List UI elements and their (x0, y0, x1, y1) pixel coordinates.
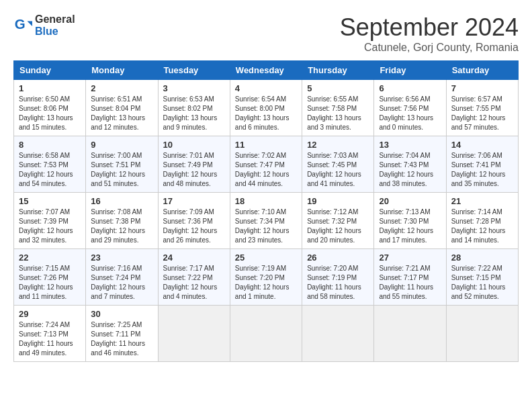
day-number: 29 (19, 309, 81, 319)
day-number: 23 (91, 253, 152, 263)
day-info: Sunrise: 7:22 AMSunset: 7:15 PMDaylight:… (451, 264, 513, 302)
calendar-cell: 7 Sunrise: 6:57 AMSunset: 7:55 PMDayligh… (446, 80, 518, 136)
day-number: 1 (19, 83, 81, 93)
day-info: Sunrise: 6:56 AMSunset: 7:56 PMDaylight:… (379, 95, 441, 132)
day-number: 26 (307, 253, 369, 263)
calendar-week-5: 29 Sunrise: 7:24 AMSunset: 7:13 PMDaylig… (14, 306, 519, 362)
day-number: 24 (163, 253, 225, 263)
logo-icon: G (13, 16, 32, 35)
day-number: 22 (19, 253, 81, 263)
calendar-cell: 13 Sunrise: 7:04 AMSunset: 7:43 PMDaylig… (374, 136, 446, 193)
day-number: 12 (307, 140, 369, 150)
calendar-week-1: 1 Sunrise: 6:50 AMSunset: 8:06 PMDayligh… (14, 80, 519, 136)
calendar-cell: 1 Sunrise: 6:50 AMSunset: 8:06 PMDayligh… (14, 80, 86, 136)
calendar-cell: 22 Sunrise: 7:15 AMSunset: 7:26 PMDaylig… (14, 249, 86, 306)
calendar-week-2: 8 Sunrise: 6:58 AMSunset: 7:53 PMDayligh… (14, 136, 519, 193)
calendar-cell (374, 306, 446, 362)
calendar-cell (158, 306, 230, 362)
day-info: Sunrise: 7:09 AMSunset: 7:36 PMDaylight:… (163, 208, 225, 245)
day-number: 8 (19, 140, 81, 150)
day-number: 28 (451, 253, 513, 263)
calendar-cell: 21 Sunrise: 7:14 AMSunset: 7:28 PMDaylig… (446, 193, 518, 249)
day-info: Sunrise: 7:02 AMSunset: 7:47 PMDaylight:… (235, 151, 297, 189)
svg-marker-1 (28, 21, 32, 26)
calendar-cell: 18 Sunrise: 7:10 AMSunset: 7:34 PMDaylig… (230, 193, 302, 249)
day-number: 27 (379, 253, 441, 263)
page-header: G General Blue September 2024 Catunele, … (13, 13, 519, 54)
day-info: Sunrise: 6:54 AMSunset: 8:00 PMDaylight:… (235, 95, 297, 132)
day-info: Sunrise: 7:04 AMSunset: 7:43 PMDaylight:… (379, 151, 441, 189)
logo-general: General (35, 13, 75, 25)
day-number: 4 (235, 83, 297, 93)
col-header-tuesday: Tuesday (158, 61, 230, 80)
calendar-cell: 6 Sunrise: 6:56 AMSunset: 7:56 PMDayligh… (374, 80, 446, 136)
day-info: Sunrise: 7:01 AMSunset: 7:49 PMDaylight:… (163, 151, 225, 189)
day-info: Sunrise: 6:51 AMSunset: 8:04 PMDaylight:… (91, 95, 152, 132)
col-header-sunday: Sunday (14, 61, 86, 80)
day-info: Sunrise: 7:20 AMSunset: 7:19 PMDaylight:… (307, 264, 369, 302)
calendar-cell: 5 Sunrise: 6:55 AMSunset: 7:58 PMDayligh… (302, 80, 374, 136)
calendar-cell: 8 Sunrise: 6:58 AMSunset: 7:53 PMDayligh… (14, 136, 86, 193)
calendar-cell: 11 Sunrise: 7:02 AMSunset: 7:47 PMDaylig… (230, 136, 302, 193)
day-number: 11 (235, 140, 297, 150)
day-info: Sunrise: 7:16 AMSunset: 7:24 PMDaylight:… (91, 264, 152, 302)
day-number: 13 (379, 140, 441, 150)
calendar-cell: 2 Sunrise: 6:51 AMSunset: 8:04 PMDayligh… (86, 80, 158, 136)
day-info: Sunrise: 6:53 AMSunset: 8:02 PMDaylight:… (163, 95, 225, 132)
day-number: 16 (91, 196, 152, 206)
calendar-cell: 10 Sunrise: 7:01 AMSunset: 7:49 PMDaylig… (158, 136, 230, 193)
day-number: 19 (307, 196, 369, 206)
day-info: Sunrise: 7:14 AMSunset: 7:28 PMDaylight:… (451, 208, 513, 245)
day-info: Sunrise: 7:06 AMSunset: 7:41 PMDaylight:… (451, 151, 513, 189)
calendar-cell: 24 Sunrise: 7:17 AMSunset: 7:22 PMDaylig… (158, 249, 230, 306)
day-info: Sunrise: 7:24 AMSunset: 7:13 PMDaylight:… (19, 320, 81, 358)
calendar-cell: 28 Sunrise: 7:22 AMSunset: 7:15 PMDaylig… (446, 249, 518, 306)
day-number: 20 (379, 196, 441, 206)
day-number: 21 (451, 196, 513, 206)
svg-text:G: G (15, 16, 26, 32)
col-header-thursday: Thursday (302, 61, 374, 80)
title-block: September 2024 Catunele, Gorj County, Ro… (340, 13, 519, 54)
calendar-cell: 20 Sunrise: 7:13 AMSunset: 7:30 PMDaylig… (374, 193, 446, 249)
day-info: Sunrise: 7:03 AMSunset: 7:45 PMDaylight:… (307, 151, 369, 189)
day-info: Sunrise: 6:55 AMSunset: 7:58 PMDaylight:… (307, 95, 369, 132)
day-info: Sunrise: 7:13 AMSunset: 7:30 PMDaylight:… (379, 208, 441, 245)
col-header-monday: Monday (86, 61, 158, 80)
day-info: Sunrise: 7:00 AMSunset: 7:51 PMDaylight:… (91, 151, 152, 189)
day-info: Sunrise: 7:19 AMSunset: 7:20 PMDaylight:… (235, 264, 297, 302)
calendar-cell: 3 Sunrise: 6:53 AMSunset: 8:02 PMDayligh… (158, 80, 230, 136)
calendar-cell: 25 Sunrise: 7:19 AMSunset: 7:20 PMDaylig… (230, 249, 302, 306)
day-info: Sunrise: 7:17 AMSunset: 7:22 PMDaylight:… (163, 264, 225, 302)
day-info: Sunrise: 6:58 AMSunset: 7:53 PMDaylight:… (19, 151, 81, 189)
calendar-cell: 27 Sunrise: 7:21 AMSunset: 7:17 PMDaylig… (374, 249, 446, 306)
day-info: Sunrise: 7:08 AMSunset: 7:38 PMDaylight:… (91, 208, 152, 245)
day-number: 18 (235, 196, 297, 206)
calendar-week-3: 15 Sunrise: 7:07 AMSunset: 7:39 PMDaylig… (14, 193, 519, 249)
logo: G General Blue (13, 13, 75, 38)
day-number: 6 (379, 83, 441, 93)
day-info: Sunrise: 6:50 AMSunset: 8:06 PMDaylight:… (19, 95, 81, 132)
calendar-cell: 19 Sunrise: 7:12 AMSunset: 7:32 PMDaylig… (302, 193, 374, 249)
day-info: Sunrise: 7:12 AMSunset: 7:32 PMDaylight:… (307, 208, 369, 245)
calendar-cell: 23 Sunrise: 7:16 AMSunset: 7:24 PMDaylig… (86, 249, 158, 306)
day-number: 7 (451, 83, 513, 93)
calendar-cell (302, 306, 374, 362)
day-info: Sunrise: 7:10 AMSunset: 7:34 PMDaylight:… (235, 208, 297, 245)
calendar-cell: 9 Sunrise: 7:00 AMSunset: 7:51 PMDayligh… (86, 136, 158, 193)
day-info: Sunrise: 7:21 AMSunset: 7:17 PMDaylight:… (379, 264, 441, 302)
calendar-cell: 14 Sunrise: 7:06 AMSunset: 7:41 PMDaylig… (446, 136, 518, 193)
day-number: 10 (163, 140, 225, 150)
col-header-saturday: Saturday (446, 61, 518, 80)
calendar-cell: 29 Sunrise: 7:24 AMSunset: 7:13 PMDaylig… (14, 306, 86, 362)
logo-blue: Blue (35, 26, 58, 37)
calendar-cell: 17 Sunrise: 7:09 AMSunset: 7:36 PMDaylig… (158, 193, 230, 249)
calendar-cell: 15 Sunrise: 7:07 AMSunset: 7:39 PMDaylig… (14, 193, 86, 249)
col-header-wednesday: Wednesday (230, 61, 302, 80)
day-info: Sunrise: 7:25 AMSunset: 7:11 PMDaylight:… (91, 320, 152, 358)
day-info: Sunrise: 7:07 AMSunset: 7:39 PMDaylight:… (19, 208, 81, 245)
day-info: Sunrise: 7:15 AMSunset: 7:26 PMDaylight:… (19, 264, 81, 302)
col-header-friday: Friday (374, 61, 446, 80)
day-number: 14 (451, 140, 513, 150)
calendar-cell: 16 Sunrise: 7:08 AMSunset: 7:38 PMDaylig… (86, 193, 158, 249)
calendar-cell: 26 Sunrise: 7:20 AMSunset: 7:19 PMDaylig… (302, 249, 374, 306)
